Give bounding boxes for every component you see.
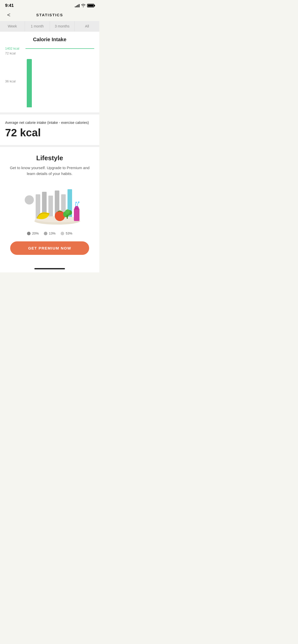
average-value: 72 kcal bbox=[5, 127, 94, 139]
legend: 20% 13% 53% bbox=[5, 231, 94, 235]
svg-rect-14 bbox=[74, 208, 79, 221]
svg-point-12 bbox=[65, 209, 70, 214]
average-section: Average net calorie intake (intake - exe… bbox=[0, 114, 99, 145]
home-bar bbox=[34, 268, 65, 269]
calorie-intake-section: Calorie Intake 1402 kcal 72 kcal 36 kcal bbox=[0, 32, 99, 112]
home-indicator bbox=[0, 266, 99, 272]
tab-all[interactable]: All bbox=[75, 21, 99, 31]
legend-item-1: 20% bbox=[27, 231, 39, 235]
y-label-72: 72 kcal bbox=[5, 51, 24, 55]
y-label-36: 36 kcal bbox=[5, 79, 24, 83]
divider-2 bbox=[0, 145, 99, 147]
svg-point-9 bbox=[55, 211, 65, 221]
legend-value-3: 53% bbox=[66, 231, 72, 235]
legend-dot-3 bbox=[61, 232, 64, 235]
get-premium-button[interactable]: GET PREMIUM NOW bbox=[10, 241, 89, 255]
svg-point-17 bbox=[75, 202, 77, 203]
lifestyle-section: Lifestyle Get to know yourself. Upgrade … bbox=[0, 147, 99, 266]
chart-bar-1 bbox=[27, 59, 32, 107]
lifestyle-subtitle: Get to know yourself. Upgrade to Premium… bbox=[5, 165, 94, 177]
chart-area: 72 kcal 36 kcal bbox=[5, 51, 94, 107]
wifi-icon bbox=[81, 4, 86, 8]
legend-dot-2 bbox=[44, 232, 47, 235]
food-illustration-svg bbox=[14, 182, 85, 227]
header: < STATISTICS bbox=[0, 10, 99, 21]
svg-rect-13 bbox=[67, 215, 68, 219]
legend-dot-1 bbox=[27, 232, 31, 235]
status-icons bbox=[75, 4, 94, 8]
main-content: Calorie Intake 1402 kcal 72 kcal 36 kcal bbox=[0, 32, 99, 272]
tab-bar: Week 1 month 3 months All bbox=[0, 21, 99, 32]
status-bar: 9:41 bbox=[0, 0, 99, 10]
svg-rect-3 bbox=[48, 196, 53, 220]
tab-1month[interactable]: 1 month bbox=[25, 21, 50, 31]
legend-item-3: 53% bbox=[61, 231, 72, 235]
legend-value-1: 20% bbox=[32, 231, 39, 235]
chart-goal-label: 1402 kcal bbox=[5, 47, 25, 50]
svg-point-18 bbox=[78, 201, 79, 203]
chart-goal-line: 1402 kcal bbox=[5, 47, 94, 50]
chart-bars bbox=[24, 51, 94, 107]
goal-line-bar bbox=[25, 48, 94, 49]
y-axis-labels: 72 kcal 36 kcal bbox=[5, 51, 24, 107]
svg-point-0 bbox=[25, 195, 34, 204]
divider-1 bbox=[0, 112, 99, 114]
legend-value-2: 13% bbox=[49, 231, 56, 235]
legend-item-2: 13% bbox=[44, 231, 56, 235]
average-label: Average net calorie intake (intake - exe… bbox=[5, 121, 94, 125]
chart-container: 1402 kcal 72 kcal 36 kcal bbox=[0, 47, 99, 112]
page-title: STATISTICS bbox=[36, 13, 63, 17]
lifestyle-title: Lifestyle bbox=[5, 154, 94, 162]
tab-3months[interactable]: 3 months bbox=[50, 21, 75, 31]
back-button[interactable]: < bbox=[5, 11, 12, 19]
tab-week[interactable]: Week bbox=[0, 21, 25, 31]
battery-icon bbox=[87, 4, 94, 7]
calorie-intake-title: Calorie Intake bbox=[0, 32, 99, 47]
status-time: 9:41 bbox=[5, 3, 14, 8]
lifestyle-illustration bbox=[14, 182, 85, 227]
signal-icon bbox=[75, 4, 79, 7]
